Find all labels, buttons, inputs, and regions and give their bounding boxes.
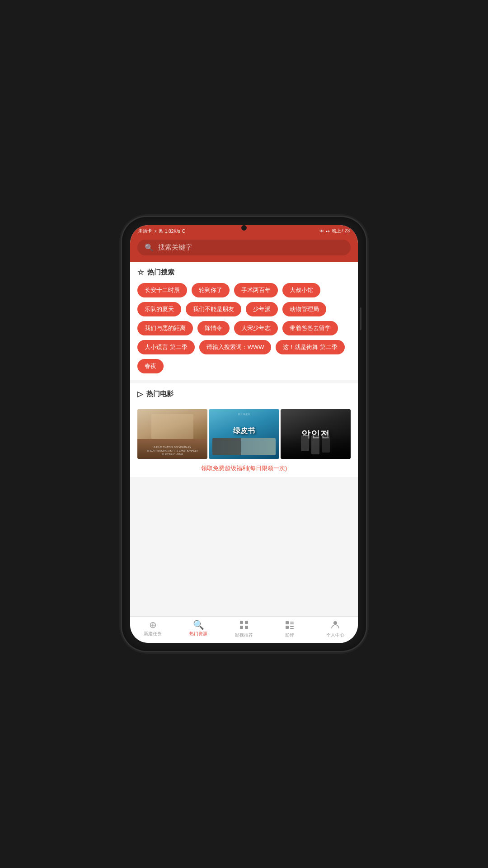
tag-item[interactable]: 我们与恶的距离 (137, 321, 193, 335)
svg-rect-4 (286, 621, 289, 624)
tag-item[interactable]: 少年派 (246, 302, 278, 316)
svg-rect-0 (240, 621, 243, 624)
tag-item[interactable]: 这！就是街舞 第二季 (276, 340, 345, 354)
battery-icon: ▪️+ (326, 229, 330, 234)
svg-rect-6 (290, 623, 294, 624)
hot-search-section: ☆ 热门搜索 长安十二时辰 轮到你了 手术两百年 大叔小馆 乐队的夏天 我们不能… (130, 262, 358, 380)
person-icon (331, 620, 340, 631)
movie-2-top-text: 影片 绿皮书 (209, 413, 279, 415)
play-icon: ▷ (137, 390, 143, 398)
tag-item[interactable]: 大叔小馆 (282, 283, 320, 297)
svg-rect-1 (245, 621, 248, 624)
movie-card-3[interactable]: 악인전 (281, 409, 351, 459)
list-icon (285, 620, 294, 631)
status-time: 晚上7:23 (332, 228, 350, 234)
nav-label-hot-resources: 热门资源 (189, 631, 207, 637)
nav-label-movies-recommend: 影视推荐 (235, 632, 253, 638)
tag-item[interactable]: 我们不能是朋友 (186, 302, 241, 316)
search-placeholder-text: 搜索关键字 (158, 243, 192, 252)
content-area: ☆ 热门搜索 长安十二时辰 轮到你了 手术两百年 大叔小馆 乐队的夏天 我们不能… (130, 262, 358, 616)
svg-rect-2 (240, 626, 243, 629)
search-icon: 🔍 (145, 243, 154, 252)
svg-rect-8 (290, 626, 294, 627)
hot-movies-title: ▷ 热门电影 (130, 383, 358, 398)
movie-card-1[interactable]: A FILM THAT IS SO VISUALLY BREATHTAKING … (137, 409, 207, 459)
tag-item[interactable]: 春夜 (137, 359, 164, 373)
movie-1-subtitle: A FILM THAT IS SO VISUALLY BREATHTAKING … (145, 446, 201, 456)
nav-item-reviews[interactable]: 影评 (267, 617, 312, 643)
nav-label-profile: 个人中心 (326, 632, 344, 638)
svg-rect-9 (290, 628, 294, 629)
tag-item[interactable]: 大小谎言 第二季 (137, 340, 195, 354)
phone-frame: 未插卡 ⌅ 奥 1.02K/s C 👁 ▪️+ 晚上7:23 🔍 搜索关键字 (122, 217, 366, 651)
tags-container: 长安十二时辰 轮到你了 手术两百年 大叔小馆 乐队的夏天 我们不能是朋友 少年派… (137, 283, 351, 373)
tag-item[interactable]: 手术两百年 (234, 283, 278, 297)
tag-item[interactable]: 请输入搜索词：WWW (199, 340, 272, 354)
movie-2-title: 绿皮书 (233, 426, 255, 436)
tag-item[interactable]: 轮到你了 (192, 283, 230, 297)
svg-rect-3 (245, 626, 248, 629)
nav-label-new-task: 新建任务 (144, 631, 162, 637)
hot-search-title: ☆ 热门搜索 (137, 268, 351, 277)
hot-search-label: 热门搜索 (147, 268, 174, 277)
svg-rect-5 (290, 622, 294, 623)
phone-screen: 未插卡 ⌅ 奥 1.02K/s C 👁 ▪️+ 晚上7:23 🔍 搜索关键字 (130, 225, 358, 643)
add-circle-icon: ⊕ (149, 620, 157, 629)
nav-label-reviews: 影评 (285, 632, 294, 638)
status-right: 👁 ▪️+ 晚上7:23 (319, 228, 350, 234)
nav-item-hot-resources[interactable]: 🔍 热门资源 (176, 617, 221, 643)
tag-item[interactable]: 动物管理局 (282, 302, 326, 316)
nav-item-profile[interactable]: 个人中心 (312, 617, 358, 643)
movies-grid: A FILM THAT IS SO VISUALLY BREATHTAKING … (130, 405, 358, 459)
tag-item[interactable]: 大宋少年志 (234, 321, 278, 335)
promo-text: 领取免费超级福利(每日限领一次) (201, 465, 287, 472)
svg-rect-7 (286, 626, 289, 629)
tag-item[interactable]: 陈情令 (197, 321, 230, 335)
search-bar[interactable]: 🔍 搜索关键字 (137, 240, 351, 255)
bottom-nav: ⊕ 新建任务 🔍 热门资源 影视推荐 (130, 616, 358, 643)
status-wifi-icon: ⌅ 奥 (154, 228, 163, 234)
promo-banner[interactable]: 领取免费超级福利(每日限领一次) (130, 459, 358, 477)
status-left: 未插卡 ⌅ 奥 1.02K/s C (138, 228, 185, 234)
hot-movies-section: ▷ 热门电影 A FILM THAT IS SO VISUALLY BREATH… (130, 383, 358, 477)
movie-card-2[interactable]: 影片 绿皮书 绿皮书 3月1日 最佳搭档 (209, 409, 279, 459)
star-icon: ☆ (137, 268, 144, 277)
svg-point-10 (333, 621, 337, 625)
nav-item-movies-recommend[interactable]: 影视推荐 (221, 617, 267, 643)
volume-button (360, 307, 361, 330)
camera-notch (241, 225, 247, 231)
eye-icon: 👁 (319, 229, 324, 234)
status-speed: 1.02K/s (165, 229, 180, 234)
status-indicator: C (182, 229, 185, 234)
nav-item-new-task[interactable]: ⊕ 新建任务 (130, 617, 176, 643)
tag-item[interactable]: 乐队的夏天 (137, 302, 181, 316)
tag-item[interactable]: 长安十二时辰 (137, 283, 187, 297)
tag-item[interactable]: 带着爸爸去留学 (282, 321, 338, 335)
search-nav-icon: 🔍 (193, 620, 204, 629)
hot-movies-label: 热门电影 (146, 390, 174, 398)
search-header: 🔍 搜索关键字 (130, 236, 358, 262)
grid-icon (239, 620, 249, 631)
status-sim: 未插卡 (138, 228, 152, 234)
